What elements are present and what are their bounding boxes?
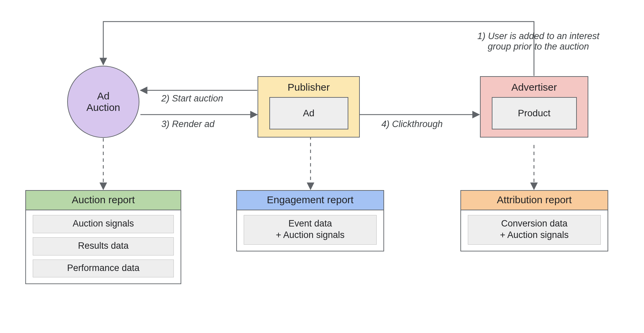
attribution-report-title: Attribution report — [461, 191, 608, 210]
ad-auction-node: Ad Auction — [67, 66, 139, 138]
flow-label-step2: 2) Start auction — [161, 93, 223, 104]
flow-label-step4: 4) Clickthrough — [381, 119, 443, 129]
publisher-node: Publisher Ad — [258, 76, 360, 138]
flow-label-step3: 3) Render ad — [161, 119, 215, 129]
ad-auction-label-line1: Ad — [97, 90, 110, 101]
engagement-report: Engagement report Event data + Auction s… — [236, 190, 384, 251]
flow-label-step1-line1: 1) User is added to an interest — [477, 31, 599, 41]
auction-report-title: Auction report — [26, 191, 181, 210]
engagement-report-item: Event data + Auction signals — [244, 215, 377, 245]
publisher-title: Publisher — [258, 82, 359, 93]
ad-auction-label-line2: Auction — [86, 102, 120, 113]
diagram-canvas: Ad Auction Publisher Ad Advertiser Produ… — [0, 0, 644, 333]
auction-report-item: Performance data — [33, 260, 174, 278]
flow-label-step1: 1) User is added to an interest group pr… — [466, 31, 611, 52]
publisher-ad-label: Ad — [303, 108, 314, 119]
advertiser-node: Advertiser Product — [480, 76, 588, 138]
advertiser-product-box: Product — [492, 97, 577, 129]
attribution-report-item: Conversion data + Auction signals — [468, 215, 601, 245]
advertiser-title: Advertiser — [481, 82, 588, 93]
advertiser-product-label: Product — [518, 108, 551, 119]
engagement-report-title: Engagement report — [237, 191, 383, 210]
auction-report-item: Results data — [33, 237, 174, 255]
flow-label-step1-line2: group prior to the auction — [488, 41, 589, 52]
attribution-report: Attribution report Conversion data + Auc… — [460, 190, 608, 251]
auction-report: Auction report Auction signals Results d… — [25, 190, 181, 284]
auction-report-item: Auction signals — [33, 215, 174, 233]
publisher-ad-box: Ad — [269, 97, 348, 129]
